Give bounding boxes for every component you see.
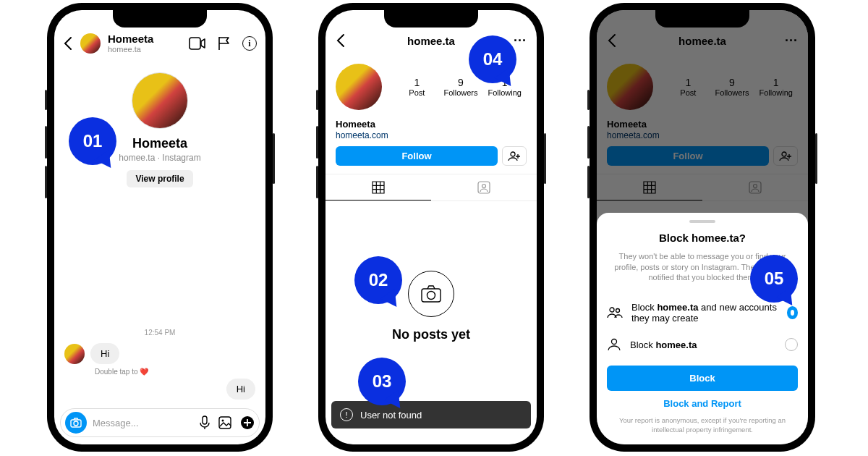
svg-point-7 bbox=[511, 152, 515, 156]
dm-header: Homeeta homee.ta i bbox=[54, 28, 265, 59]
grid-tab[interactable] bbox=[326, 174, 431, 200]
block-option-single[interactable]: Block homee.ta bbox=[607, 331, 798, 358]
info-icon[interactable]: i bbox=[242, 36, 257, 51]
svg-point-16 bbox=[616, 309, 620, 313]
svg-rect-4 bbox=[219, 417, 231, 428]
toast-user-not-found: ! User not found bbox=[331, 401, 531, 428]
block-button[interactable]: Block bbox=[607, 366, 798, 391]
follow-button[interactable]: Follow bbox=[336, 146, 498, 166]
timestamp: 12:54 PM bbox=[54, 329, 265, 337]
gallery-icon[interactable] bbox=[218, 416, 231, 429]
composer-placeholder: Message... bbox=[93, 418, 139, 428]
flag-icon[interactable] bbox=[218, 36, 231, 51]
radio-selected[interactable] bbox=[787, 306, 798, 319]
view-profile-button[interactable]: View profile bbox=[127, 170, 192, 187]
user-icon bbox=[607, 338, 621, 351]
notch bbox=[384, 10, 478, 28]
more-options-icon[interactable]: ··· bbox=[514, 33, 527, 48]
camera-button[interactable] bbox=[65, 412, 87, 434]
avatar[interactable] bbox=[80, 33, 101, 54]
step-bubble-2: 02 bbox=[354, 256, 402, 304]
video-call-icon[interactable] bbox=[189, 37, 206, 50]
alert-icon: ! bbox=[340, 408, 353, 421]
notch bbox=[655, 10, 749, 28]
step-bubble-4: 04 bbox=[469, 35, 516, 83]
profile-sub: homee.ta · Instagram bbox=[119, 153, 200, 163]
profile-username: homee.ta bbox=[407, 35, 455, 47]
dm-display-name[interactable]: Homeeta bbox=[108, 33, 153, 46]
tagged-tab[interactable] bbox=[431, 174, 537, 200]
notch bbox=[113, 10, 207, 28]
svg-rect-3 bbox=[203, 416, 207, 424]
svg-point-5 bbox=[222, 420, 224, 422]
msg-avatar[interactable] bbox=[64, 344, 85, 364]
radio-unselected[interactable] bbox=[785, 338, 798, 351]
stat-followers[interactable]: 9Followers bbox=[439, 77, 483, 97]
svg-point-15 bbox=[610, 308, 614, 312]
back-icon[interactable] bbox=[336, 33, 346, 48]
sheet-title: Block homee.ta? bbox=[607, 232, 798, 244]
block-sheet: Block homee.ta? They won't be able to me… bbox=[597, 213, 808, 444]
dm-username: homee.ta bbox=[108, 45, 153, 54]
svg-rect-0 bbox=[190, 38, 200, 49]
report-disclaimer: Your report is anonymous, except if you'… bbox=[607, 416, 798, 434]
suggest-users-button[interactable] bbox=[502, 146, 527, 166]
profile-avatar[interactable] bbox=[132, 72, 188, 129]
profile-link[interactable]: homeeta.com bbox=[336, 130, 388, 140]
svg-point-11 bbox=[427, 292, 435, 300]
profile-name: Homeeta bbox=[132, 136, 187, 151]
add-icon[interactable] bbox=[240, 415, 255, 430]
back-icon[interactable] bbox=[63, 36, 73, 51]
step-bubble-3: 03 bbox=[358, 358, 406, 405]
users-icon bbox=[607, 306, 623, 319]
svg-point-2 bbox=[74, 421, 78, 426]
svg-rect-10 bbox=[422, 289, 441, 302]
svg-point-9 bbox=[482, 185, 486, 188]
message-composer[interactable]: Message... bbox=[60, 408, 260, 437]
outgoing-message[interactable]: Hi bbox=[226, 379, 255, 400]
camera-icon bbox=[408, 271, 454, 317]
double-tap-hint: Double tap to ❤️ bbox=[95, 368, 148, 376]
block-and-report-button[interactable]: Block and Report bbox=[607, 391, 798, 416]
step-bubble-1: 01 bbox=[69, 117, 116, 165]
mic-icon[interactable] bbox=[200, 415, 210, 430]
profile-name: Homeeta bbox=[336, 119, 375, 130]
no-posts-label: No posts yet bbox=[392, 327, 470, 342]
incoming-message[interactable]: Hi bbox=[90, 343, 119, 364]
sheet-grabber[interactable] bbox=[689, 220, 715, 223]
stat-posts[interactable]: 1Post bbox=[395, 77, 439, 97]
profile-avatar[interactable] bbox=[336, 64, 382, 110]
step-bubble-5: 05 bbox=[750, 255, 798, 303]
svg-point-17 bbox=[612, 339, 617, 345]
